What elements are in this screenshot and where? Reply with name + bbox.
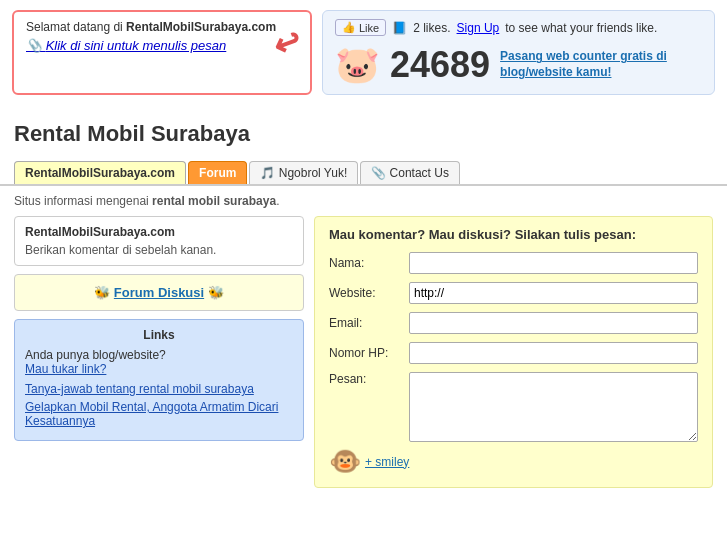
tab-ngobrol[interactable]: 🎵 Ngobrol Yuk! <box>249 161 358 184</box>
fb-signup-link[interactable]: Sign Up <box>457 21 500 35</box>
site-info-box: RentalMobilSurabaya.com Berikan komentar… <box>14 216 304 266</box>
link-gelapkan-text2: Kesatuannya <box>25 414 95 428</box>
site-description: Situs informasi mengenai rental mobil su… <box>0 190 727 216</box>
links-title: Links <box>25 328 293 342</box>
smiley-link[interactable]: + smiley <box>365 455 409 469</box>
pesan-row: Pesan: <box>329 372 698 442</box>
email-row: Email: <box>329 312 698 334</box>
site-info-title: RentalMobilSurabaya.com <box>25 225 293 239</box>
links-intro-text: Anda punya blog/website? <box>25 348 166 362</box>
main-content: RentalMobilSurabaya.com Berikan komentar… <box>0 216 727 498</box>
nama-input[interactable] <box>409 252 698 274</box>
counter-link[interactable]: Pasang web counter gratis di blog/websit… <box>500 49 702 80</box>
page-title: Rental Mobil Surabaya <box>14 121 713 147</box>
left-column: RentalMobilSurabaya.com Berikan komentar… <box>14 216 304 488</box>
welcome-box: Selamat datang di RentalMobilSurabaya.co… <box>12 10 312 95</box>
site-info-text: Berikan komentar di sebelah kanan. <box>25 243 293 257</box>
pesan-textarea[interactable] <box>409 372 698 442</box>
site-name-bold: RentalMobilSurabaya.com <box>126 20 276 34</box>
welcome-text: Selamat datang di RentalMobilSurabaya.co… <box>26 20 298 34</box>
forum-suffix-emoji: 🐝 <box>208 285 224 300</box>
tukar-link[interactable]: Mau tukar link? <box>25 362 293 376</box>
pesan-label: Pesan: <box>329 372 401 386</box>
forum-box: 🐝 Forum Diskusi 🐝 <box>14 274 304 311</box>
like-label: Like <box>359 22 379 34</box>
nama-label: Nama: <box>329 256 401 270</box>
website-row: Website: <box>329 282 698 304</box>
site-desc-suffix: . <box>276 194 279 208</box>
forum-link[interactable]: Forum Diskusi <box>114 285 204 300</box>
tab-rental[interactable]: RentalMobilSurabaya.com <box>14 161 186 184</box>
fb-like-button[interactable]: 👍 Like <box>335 19 386 36</box>
fb-count-row: 🐷 24689 Pasang web counter gratis di blo… <box>335 44 702 86</box>
page-title-area: Rental Mobil Surabaya <box>0 105 727 161</box>
hp-input[interactable] <box>409 342 698 364</box>
smiley-monkey-icon: 🐵 <box>329 446 361 477</box>
nama-row: Nama: <box>329 252 698 274</box>
comment-form-box: Mau komentar? Mau diskusi? Silakan tulis… <box>314 216 713 488</box>
email-input[interactable] <box>409 312 698 334</box>
welcome-prefix: Selamat datang di <box>26 20 126 34</box>
site-desc-prefix: Situs informasi mengenai <box>14 194 152 208</box>
links-intro: Anda punya blog/website? Mau tukar link? <box>25 348 293 376</box>
smiley-section: 🐵 + smiley <box>329 446 698 477</box>
link-tanya-jawab[interactable]: Tanya-jawab tentang rental mobil surabay… <box>25 382 293 396</box>
fb-signup-suffix: to see what your friends like. <box>505 21 657 35</box>
klik-link[interactable]: Klik di sini untuk menulis pesan <box>26 38 298 53</box>
arrow-icon: ↩ <box>267 21 305 66</box>
top-banner: Selamat datang di RentalMobilSurabaya.co… <box>0 0 727 105</box>
fb-top-row: 👍 Like 📘 2 likes. Sign Up to see what yo… <box>335 19 702 36</box>
site-desc-keyword: rental mobil surabaya <box>152 194 276 208</box>
fb-likes-count: 2 likes. <box>413 21 450 35</box>
form-title: Mau komentar? Mau diskusi? Silakan tulis… <box>329 227 698 242</box>
website-input[interactable] <box>409 282 698 304</box>
piggy-icon: 🐷 <box>335 47 380 83</box>
hp-label: Nomor HP: <box>329 346 401 360</box>
link-gelapkan-text1: Gelapkan Mobil Rental, Anggota Armatim D… <box>25 400 278 414</box>
hp-row: Nomor HP: <box>329 342 698 364</box>
website-label: Website: <box>329 286 401 300</box>
link-gelapkan[interactable]: Gelapkan Mobil Rental, Anggota Armatim D… <box>25 400 293 428</box>
tabs-bar: RentalMobilSurabaya.com Forum 🎵 Ngobrol … <box>0 161 727 186</box>
fb-icon: 📘 <box>392 21 407 35</box>
tab-contact[interactable]: 📎 Contact Us <box>360 161 460 184</box>
links-box: Links Anda punya blog/website? Mau tukar… <box>14 319 304 441</box>
email-label: Email: <box>329 316 401 330</box>
fb-like-box: 👍 Like 📘 2 likes. Sign Up to see what yo… <box>322 10 715 95</box>
thumbs-up-icon: 👍 <box>342 21 356 34</box>
tab-forum[interactable]: Forum <box>188 161 247 184</box>
counter-number: 24689 <box>390 44 490 86</box>
forum-prefix-emoji: 🐝 <box>94 285 110 300</box>
